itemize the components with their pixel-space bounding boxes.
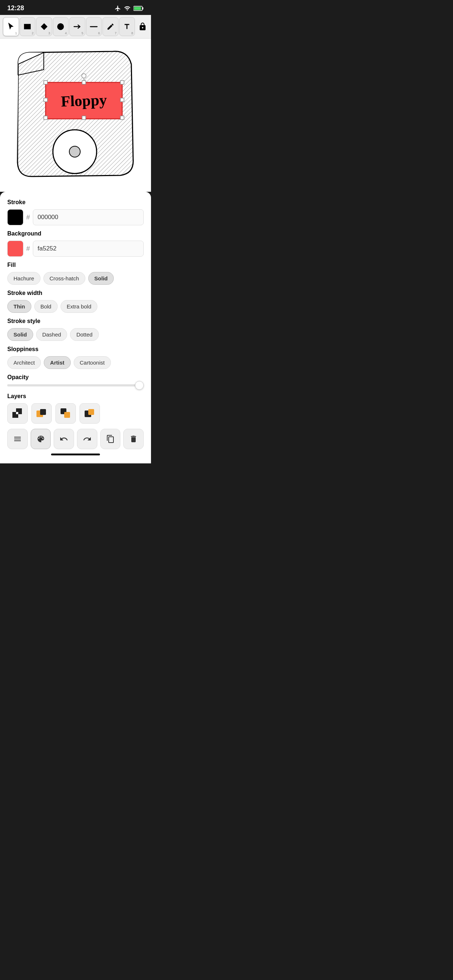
stroke-hash: #: [26, 214, 30, 221]
tool-pencil[interactable]: 7: [102, 17, 118, 36]
tool-rectangle[interactable]: 2: [20, 17, 36, 36]
background-label: Background: [7, 231, 144, 237]
svg-rect-12: [82, 81, 86, 84]
sloppiness-options: Architect Artist Cartoonist: [7, 356, 144, 369]
tool-num-1: 1: [15, 31, 17, 35]
fill-options: Hachure Cross-hatch Solid: [7, 272, 144, 285]
action-bar: [7, 429, 144, 449]
home-indicator: [51, 453, 100, 455]
tool-circle[interactable]: 4: [53, 17, 69, 36]
layer-icons-row: [7, 403, 144, 424]
toolbar: 1 2 3 4 5 6 7: [0, 15, 151, 39]
redo-button[interactable]: [77, 429, 97, 449]
svg-marker-4: [41, 23, 48, 30]
sloppiness-label: Sloppiness: [7, 346, 144, 353]
stroke-solid[interactable]: Solid: [7, 328, 33, 341]
svg-rect-2: [134, 6, 141, 10]
stroke-style-label: Stroke style: [7, 318, 144, 325]
svg-rect-14: [44, 98, 48, 102]
stroke-dotted[interactable]: Dotted: [70, 328, 99, 341]
svg-rect-26: [40, 409, 46, 415]
svg-point-19: [82, 74, 86, 78]
stroke-width-options: Thin Bold Extra bold: [7, 300, 144, 313]
lock-icon[interactable]: [137, 17, 148, 36]
opacity-track[interactable]: [7, 384, 144, 387]
stroke-style-options: Solid Dashed Dotted: [7, 328, 144, 341]
sloppiness-cartoonist[interactable]: Cartoonist: [74, 356, 111, 369]
tool-num-5: 5: [82, 31, 83, 35]
background-color-input[interactable]: [33, 240, 144, 257]
layer-icon-2[interactable]: [31, 403, 52, 424]
svg-rect-1: [143, 7, 144, 10]
wifi-icon: [124, 5, 131, 12]
tool-diamond[interactable]: 3: [36, 17, 52, 36]
sloppiness-artist[interactable]: Artist: [44, 356, 70, 369]
svg-rect-18: [120, 116, 124, 119]
status-icons: [115, 5, 144, 12]
menu-button[interactable]: [7, 429, 28, 449]
stroke-width-label: Stroke width: [7, 290, 144, 296]
battery-icon: [134, 5, 144, 11]
delete-button[interactable]: [123, 429, 144, 449]
bottom-panel: Stroke # Background # Fill Hachure Cross…: [0, 192, 151, 463]
stroke-thin[interactable]: Thin: [7, 300, 31, 313]
airplane-icon: [115, 5, 121, 12]
fill-solid[interactable]: Solid: [88, 272, 114, 285]
copy-button[interactable]: [100, 429, 121, 449]
stroke-label: Stroke: [7, 199, 144, 205]
svg-rect-3: [24, 24, 30, 30]
tool-num-4: 4: [65, 31, 67, 35]
svg-rect-30: [88, 409, 94, 415]
layer-icon-1[interactable]: [7, 403, 28, 424]
svg-rect-24: [16, 412, 18, 414]
svg-rect-15: [120, 98, 124, 102]
background-hash: #: [26, 245, 30, 253]
svg-rect-13: [120, 81, 124, 84]
svg-text:Floppy: Floppy: [61, 92, 107, 110]
stroke-dashed[interactable]: Dashed: [36, 328, 67, 341]
floppy-drawing: Floppy: [11, 46, 139, 185]
tool-text[interactable]: 8: [119, 17, 135, 36]
sloppiness-architect[interactable]: Architect: [7, 356, 41, 369]
background-color-swatch[interactable]: [7, 240, 23, 257]
stroke-extra-bold[interactable]: Extra bold: [61, 300, 98, 313]
fill-crosshatch[interactable]: Cross-hatch: [43, 272, 85, 285]
fill-label: Fill: [7, 262, 144, 268]
tool-cursor[interactable]: 1: [3, 17, 19, 36]
tool-num-2: 2: [32, 31, 33, 35]
svg-rect-17: [82, 116, 86, 119]
svg-rect-11: [44, 81, 48, 84]
opacity-thumb[interactable]: [135, 381, 144, 390]
tool-line[interactable]: 6: [86, 17, 102, 36]
layer-icon-4[interactable]: [80, 403, 100, 424]
status-time: 12:28: [7, 5, 24, 12]
canvas-area[interactable]: Floppy: [0, 39, 151, 192]
layers-section: Layers: [7, 393, 144, 424]
tool-num-6: 6: [98, 31, 100, 35]
layers-label: Layers: [7, 393, 144, 399]
layer-icon-3[interactable]: [56, 403, 76, 424]
svg-point-5: [57, 23, 64, 30]
palette-button[interactable]: [30, 429, 51, 449]
svg-rect-16: [44, 116, 48, 119]
stroke-bold[interactable]: Bold: [34, 300, 57, 313]
status-bar: 12:28: [0, 0, 151, 15]
stroke-color-swatch[interactable]: [7, 209, 23, 225]
opacity-label: Opacity: [7, 374, 144, 380]
stroke-color-input[interactable]: [33, 209, 144, 225]
svg-rect-28: [64, 412, 70, 418]
undo-button[interactable]: [54, 429, 74, 449]
opacity-slider-row: [7, 384, 144, 387]
tool-num-8: 8: [131, 31, 133, 35]
svg-point-9: [69, 146, 80, 157]
fill-hachure[interactable]: Hachure: [7, 272, 40, 285]
tool-arrow[interactable]: 5: [69, 17, 85, 36]
background-color-row: #: [7, 240, 144, 257]
stroke-color-row: #: [7, 209, 144, 225]
tool-num-7: 7: [115, 31, 117, 35]
tool-num-3: 3: [48, 31, 50, 35]
